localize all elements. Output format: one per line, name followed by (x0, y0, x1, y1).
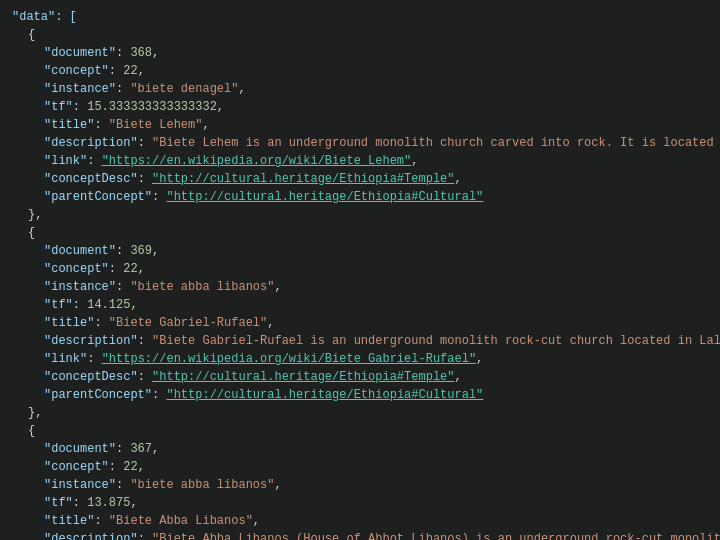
json-number: 22 (123, 260, 137, 278)
json-url: "http://cultural.heritage/Ethiopia#Templ… (152, 368, 454, 386)
code-line: "title": "Biete Gabriel-Rufael", (0, 314, 720, 332)
json-key: "concept" (44, 62, 109, 80)
json-punctuation: { (28, 26, 35, 44)
code-line: "conceptDesc": "http://cultural.heritage… (0, 170, 720, 188)
json-punctuation: : (152, 386, 166, 404)
code-line: "concept": 22, (0, 62, 720, 80)
json-punctuation: , (274, 476, 281, 494)
code-line: "parentConcept": "http://cultural.herita… (0, 188, 720, 206)
json-key: "description" (44, 530, 138, 540)
code-line: "description": "Biete Abba Libanos (Hous… (0, 530, 720, 540)
json-string: "Biete Gabriel-Rufael is an underground … (152, 332, 720, 350)
code-line: "instance": "biete abba libanos", (0, 278, 720, 296)
json-string: "biete abba libanos" (130, 476, 274, 494)
json-key: "tf" (44, 494, 73, 512)
json-punctuation: : (138, 530, 152, 540)
code-line: "data": [ (0, 8, 720, 26)
json-punctuation: : (109, 260, 123, 278)
code-line: "concept": 22, (0, 260, 720, 278)
json-key: "document" (44, 44, 116, 62)
json-string: "Biete Lehem" (109, 116, 203, 134)
json-punctuation: , (138, 62, 145, 80)
json-key: "description" (44, 134, 138, 152)
json-key: "title" (44, 512, 94, 530)
json-punctuation: }, (28, 206, 42, 224)
json-key: "instance" (44, 278, 116, 296)
json-key: "instance" (44, 80, 116, 98)
json-punctuation: : (73, 296, 87, 314)
code-line: "tf": 15.333333333333332, (0, 98, 720, 116)
json-key: "description" (44, 332, 138, 350)
json-punctuation: : (138, 368, 152, 386)
code-viewer: "data": [{"document": 368,"concept": 22,… (0, 0, 720, 540)
json-punctuation: : (116, 440, 130, 458)
code-line: "link": "https://en.wikipedia.org/wiki/B… (0, 350, 720, 368)
code-line: "instance": "biete abba libanos", (0, 476, 720, 494)
json-punctuation: : (73, 494, 87, 512)
json-punctuation: : (138, 134, 152, 152)
json-url: "http://cultural.heritage/Ethiopia#Cultu… (166, 188, 483, 206)
json-punctuation: , (130, 296, 137, 314)
json-string: "Biete Abba Libanos" (109, 512, 253, 530)
json-punctuation: : (116, 242, 130, 260)
json-punctuation: : (138, 170, 152, 188)
json-key: "link" (44, 350, 87, 368)
code-line: "document": 368, (0, 44, 720, 62)
code-line: "parentConcept": "http://cultural.herita… (0, 386, 720, 404)
json-key: "document" (44, 242, 116, 260)
json-string: "Biete Lehem is an underground monolith … (152, 134, 720, 152)
json-url: "http://cultural.heritage/Ethiopia#Cultu… (166, 386, 483, 404)
json-number: 22 (123, 62, 137, 80)
code-line: "description": "Biete Gabriel-Rufael is … (0, 332, 720, 350)
json-punctuation: : (152, 188, 166, 206)
json-punctuation: : (87, 152, 101, 170)
json-url: "http://cultural.heritage/Ethiopia#Templ… (152, 170, 454, 188)
json-number: 14.125 (87, 296, 130, 314)
code-line: "concept": 22, (0, 458, 720, 476)
json-number: 368 (130, 44, 152, 62)
json-key: "document" (44, 440, 116, 458)
json-punctuation: , (454, 170, 461, 188)
json-number: 15.333333333333332 (87, 98, 217, 116)
json-key: "tf" (44, 296, 73, 314)
json-punctuation: : (116, 80, 130, 98)
json-key: "title" (44, 116, 94, 134)
code-line: "tf": 13.875, (0, 494, 720, 512)
json-punctuation: , (152, 440, 159, 458)
code-line: { (0, 26, 720, 44)
json-punctuation: , (138, 458, 145, 476)
code-line: "instance": "biete denagel", (0, 80, 720, 98)
json-punctuation: : (109, 62, 123, 80)
json-punctuation: : (116, 278, 130, 296)
json-punctuation: : (138, 332, 152, 350)
code-line: }, (0, 404, 720, 422)
json-punctuation: : (94, 512, 108, 530)
code-line: "tf": 14.125, (0, 296, 720, 314)
json-punctuation: : (73, 98, 87, 116)
json-key: "parentConcept" (44, 188, 152, 206)
json-key: "link" (44, 152, 87, 170)
json-punctuation: , (152, 44, 159, 62)
code-line: { (0, 224, 720, 242)
json-punctuation: : (94, 314, 108, 332)
json-number: 369 (130, 242, 152, 260)
json-punctuation: , (274, 278, 281, 296)
json-punctuation: , (202, 116, 209, 134)
json-key: "parentConcept" (44, 386, 152, 404)
code-line: "title": "Biete Abba Libanos", (0, 512, 720, 530)
json-key: "conceptDesc" (44, 170, 138, 188)
json-key: "tf" (44, 98, 73, 116)
json-number: 13.875 (87, 494, 130, 512)
json-punctuation: : (87, 350, 101, 368)
json-punctuation: , (476, 350, 483, 368)
json-punctuation: , (253, 512, 260, 530)
json-punctuation: , (152, 242, 159, 260)
json-string: "Biete Abba Libanos (House of Abbot Liba… (152, 530, 720, 540)
json-punctuation: , (238, 80, 245, 98)
json-key: "data": [ (12, 8, 77, 26)
json-punctuation: : (116, 476, 130, 494)
json-key: "concept" (44, 260, 109, 278)
json-url: "https://en.wikipedia.org/wiki/Biete_Leh… (102, 152, 412, 170)
code-line: "description": "Biete Lehem is an underg… (0, 134, 720, 152)
code-line: { (0, 422, 720, 440)
